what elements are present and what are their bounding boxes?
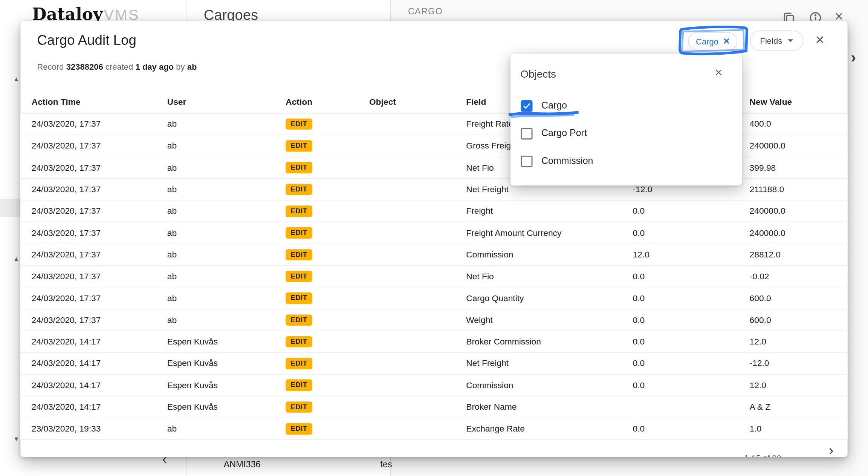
cell-field: Commission [466,250,633,260]
cell-old-value: 0.0 [633,380,750,390]
cell-action: EDIT [286,358,369,369]
option-commission[interactable]: Commission [510,152,742,171]
cell-old-value: 0.0 [633,424,750,434]
commission-checkbox[interactable] [521,155,533,167]
option-label: Cargo [541,100,567,111]
scroll-down-icon[interactable]: ▼ [13,436,19,442]
cell-new-value: 12.0 [750,337,837,347]
chevron-down-icon [788,39,793,42]
cell-field: Weight [466,315,633,325]
cell-user: ab [167,141,286,151]
cell-new-value: 211188.0 [750,184,837,194]
chip-remove-icon[interactable]: × [723,35,729,46]
action-badge: EDIT [286,358,312,369]
option-label: Commission [541,156,593,167]
action-badge: EDIT [286,314,312,326]
cell-new-value: 12.0 [750,380,837,390]
action-badge: EDIT [286,162,312,173]
action-badge: EDIT [286,423,312,435]
record-summary: Record 32388206 created 1 day ago by ab [37,62,197,72]
cell-action: EDIT [286,271,369,282]
table-row[interactable]: 24/03/2020, 14:17 Espen Kuvås EDIT Broke… [20,331,847,353]
cell-action: EDIT [286,336,369,347]
action-badge: EDIT [286,249,312,260]
cell-user: ab [167,163,286,173]
table-row[interactable]: 24/03/2020, 17:37 ab EDIT Weight 0.0 600… [20,309,847,331]
cell-action-time: 24/03/2020, 14:17 [32,402,167,412]
cell-user: ab [167,250,286,260]
popup-close-icon[interactable]: × [710,64,727,81]
screen: DataloyVMS Cargoes CARGO × › ▲ ▲ ▼ ‹ ANM… [0,0,868,476]
object-filter-chip[interactable]: Cargo × [688,32,737,50]
objects-filter-popup: Objects × Cargo Cargo Port Commission [510,54,742,186]
cell-user: Espen Kuvås [167,380,286,390]
action-badge: EDIT [286,401,312,413]
selected-row-highlight [0,199,20,217]
option-label: Cargo Port [541,128,587,139]
cell-action: EDIT [286,162,369,173]
cargo-port-checkbox[interactable] [521,128,533,139]
option-cargo-port[interactable]: Cargo Port [510,124,742,143]
cell-action: EDIT [286,205,369,217]
cell-old-value: -12.0 [633,184,750,194]
column-header-action-time: Action Time [32,97,167,107]
pagination-range: 1-15 of 90 [744,453,781,457]
table-row[interactable]: 23/03/2020, 19:33 ab EDIT Exchange Rate … [20,418,847,440]
cell-user: Espen Kuvås [167,402,286,412]
cell-action-time: 24/03/2020, 17:37 [32,228,167,238]
cell-action-time: 24/03/2020, 17:37 [32,315,167,325]
table-row[interactable]: 24/03/2020, 17:37 ab EDIT Commission 12.… [20,244,847,266]
table-row[interactable]: 24/03/2020, 14:17 Espen Kuvås EDIT Commi… [20,375,847,396]
option-cargo[interactable]: Cargo [510,96,742,115]
table-row[interactable]: 24/03/2020, 14:17 Espen Kuvås EDIT Net F… [20,353,847,375]
cell-new-value: 399.98 [750,163,837,173]
cell-field: Commission [466,380,633,390]
record-created-word: created [105,62,133,72]
cell-action-time: 24/03/2020, 17:37 [32,250,167,260]
action-badge: EDIT [286,118,312,130]
cell-user: ab [167,206,286,216]
column-header-object: Object [369,97,466,107]
cell-action-time: 24/03/2020, 14:17 [32,337,167,347]
action-badge: EDIT [286,336,312,347]
cell-user: ab [167,315,286,325]
cell-new-value: 240000.0 [750,141,837,151]
cell-field: Broker Name [466,402,633,412]
pagination-next-icon[interactable]: › [829,443,834,457]
cell-action: EDIT [286,292,369,304]
cell-old-value: 12.0 [633,250,750,260]
dialog-title: Cargo Audit Log [37,32,136,48]
column-header-user: User [167,97,286,107]
table-row[interactable]: 24/03/2020, 17:37 ab EDIT Cargo Quantity… [20,288,847,309]
table-row[interactable]: 24/03/2020, 17:37 ab EDIT Freight 0.0 24… [20,201,847,222]
scroll-up-icon[interactable]: ▲ [13,76,19,82]
cell-new-value: A & Z [750,402,837,412]
scroll-up-icon[interactable]: ▲ [13,256,19,262]
cell-new-value: 1.0 [750,424,837,434]
record-created-ago: 1 day ago [136,62,174,72]
fields-dropdown-button[interactable]: Fields [750,31,803,51]
table-row[interactable]: 24/03/2020, 14:17 Espen Kuvås EDIT Broke… [20,396,847,418]
action-badge: EDIT [286,271,312,282]
cargo-checkbox[interactable] [521,100,533,112]
column-header-action: Action [286,97,369,107]
cell-user: ab [167,184,286,194]
action-badge: EDIT [286,292,312,304]
cell-action-time: 23/03/2020, 19:33 [32,424,167,434]
cell-field: Cargo Quantity [466,293,633,303]
table-row[interactable]: 24/03/2020, 17:37 ab EDIT Freight Amount… [20,222,847,244]
cell-action-time: 24/03/2020, 17:37 [32,184,167,194]
cell-old-value: 0.0 [633,293,750,303]
action-badge: EDIT [286,205,312,217]
cell-old-value: 0.0 [633,315,750,325]
cell-new-value: 240000.0 [750,228,837,238]
table-row[interactable]: 24/03/2020, 17:37 ab EDIT Net Fio 0.0 -0… [20,266,847,288]
cell-action-time: 24/03/2020, 14:17 [32,380,167,390]
dialog-close-icon[interactable]: × [811,31,829,49]
cell-action-time: 24/03/2020, 17:37 [32,141,167,151]
cell-field: Exchange Rate [466,424,633,434]
cell-action: EDIT [286,184,369,195]
panel-expand-chevron-icon[interactable]: › [851,50,856,65]
cell-action-time: 24/03/2020, 17:37 [32,163,167,173]
cell-field: Freight [466,206,633,216]
